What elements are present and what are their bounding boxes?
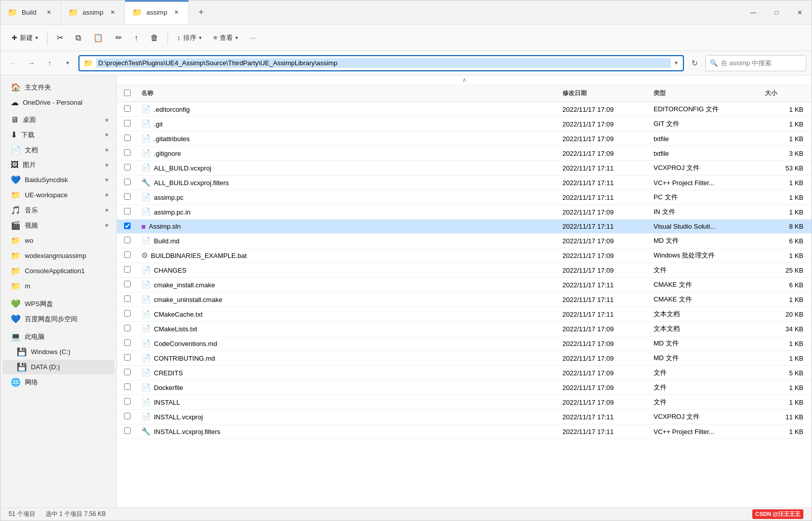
forward-button[interactable]: → [24,56,39,71]
sidebar-item-downloads[interactable]: ⬇ 下载 ★ [3,127,114,142]
table-row[interactable]: 📄 CREDITS 2022/11/17 17:09 文件 5 KB [117,366,811,380]
table-row[interactable]: 📄 .editorconfig 2022/11/17 17:09 EDITORC… [117,102,811,117]
copy-button[interactable]: ⧉ [70,31,86,45]
tab-assimp1-close[interactable]: ✕ [107,8,117,18]
new-tab-button[interactable]: + [189,1,213,24]
table-row[interactable]: 📄 .gitattributes 2022/11/17 17:09 txtfil… [117,132,811,146]
table-row[interactable]: 📄 cmake_uninstall.cmake 2022/11/17 17:11… [117,292,811,307]
row-check[interactable] [117,367,137,378]
sidebar-item-baiducloud[interactable]: 💙 百度网盘同步空间 [3,312,114,326]
tab-assimp1[interactable]: 📁 assimp ✕ [61,1,125,24]
row-check[interactable] [117,338,137,349]
delete-button[interactable]: 🗑 [145,31,164,45]
more-button[interactable]: ··· [245,31,261,44]
sidebar-item-wodexiang[interactable]: 📁 wodexiangmuassimp [3,248,114,263]
minimize-button[interactable]: — [742,1,765,25]
sidebar-item-onedrive[interactable]: ☁ OneDrive - Personal [3,95,114,110]
table-row[interactable]: 📄 Dockerfile 2022/11/17 17:09 文件 1 KB [117,380,811,395]
row-checkbox[interactable] [124,398,131,405]
address-dropdown-icon[interactable]: ▾ [674,59,679,67]
sidebar-item-windows-c[interactable]: 💾 Windows (C:) [3,344,114,359]
sidebar-item-documents[interactable]: 📄 文档 ★ [3,143,114,157]
row-check[interactable] [117,118,137,129]
sidebar-item-wps[interactable]: 💚 WPS网盘 [3,296,114,311]
table-row[interactable]: 📄 ALL_BUILD.vcxproj 2022/11/17 17:11 VCX… [117,161,811,176]
table-row[interactable]: 📄 Build.md 2022/11/17 17:09 MD 文件 6 KB [117,234,811,248]
table-row[interactable]: 🔧 ALL_BUILD.vcxproj.filters 2022/11/17 1… [117,176,811,190]
row-checkbox[interactable] [124,105,131,112]
tab-build[interactable]: 📁 Build ✕ [1,1,61,24]
sidebar-item-video[interactable]: 🎬 视频 ★ [3,218,114,233]
table-row[interactable]: ■ Assimp.sln 2022/11/17 17:11 Visual Stu… [117,220,811,234]
row-checkbox[interactable] [124,325,131,331]
paste-button[interactable]: 📋 [88,30,108,45]
sidebar-item-m[interactable]: 📁 m [3,279,114,293]
sidebar-item-pictures[interactable]: 🖼 图片 ★ [3,158,114,172]
row-check[interactable] [117,294,137,305]
row-check[interactable] [117,279,137,290]
row-checkbox[interactable] [124,251,131,258]
address-input[interactable] [96,58,671,68]
tab-assimp2[interactable]: 📁 assimp ✕ [125,1,189,24]
col-name-header[interactable]: 名称 [137,87,558,100]
table-row[interactable]: 🔧 INSTALL.vcxproj.filters 2022/11/17 17:… [117,424,811,439]
row-check[interactable] [117,309,137,320]
row-checkbox[interactable] [124,135,131,141]
table-row[interactable]: 📄 CHANGES 2022/11/17 17:09 文件 25 KB [117,263,811,278]
row-checkbox[interactable] [124,120,131,126]
sidebar-item-ue-workspace[interactable]: 📁 UE-workspace ★ [3,188,114,202]
col-size-header[interactable]: 大小 [761,87,811,100]
table-row[interactable]: 📄 assimp.pc.in 2022/11/17 17:09 IN 文件 1 … [117,205,811,220]
row-check[interactable] [117,353,137,364]
row-check[interactable] [117,133,137,144]
row-check[interactable] [117,177,137,188]
row-checkbox[interactable] [124,237,131,243]
share-button[interactable]: ↑ [129,31,143,45]
select-all-checkbox[interactable] [124,90,131,96]
new-button[interactable]: ✚ 新建 ▾ [7,31,43,45]
table-row[interactable]: 📄 INSTALL 2022/11/17 17:09 文件 1 KB [117,395,811,410]
row-check[interactable] [117,411,137,422]
row-check[interactable] [117,397,137,408]
sidebar-item-home[interactable]: 🏠 主文件夹 [3,80,114,95]
row-check[interactable] [117,162,137,173]
rename-button[interactable]: ✏ [110,30,127,45]
row-checkbox[interactable] [124,179,131,185]
sidebar-item-data-d[interactable]: 💾 DATA (D:) [3,360,114,374]
back-button[interactable]: ← [6,56,21,71]
table-row[interactable]: 📄 CONTRIBUTING.md 2022/11/17 17:09 MD 文件… [117,351,811,366]
row-checkbox[interactable] [124,369,131,375]
sidebar-item-baidusync[interactable]: 💙 BaiduSyncdisk ★ [3,172,114,187]
col-date-header[interactable]: 修改日期 [558,87,649,100]
table-row[interactable]: 📄 CodeConventions.md 2022/11/17 17:09 MD… [117,336,811,351]
row-checkbox[interactable] [124,354,131,361]
sidebar-item-music[interactable]: 🎵 音乐 ★ [3,203,114,218]
row-checkbox[interactable] [124,383,131,390]
row-check[interactable] [117,426,137,437]
tab-build-close[interactable]: ✕ [44,8,54,18]
row-check[interactable] [117,221,137,232]
table-row[interactable]: 📄 .gitignore 2022/11/17 17:09 txtfile 3 … [117,146,811,161]
search-input[interactable] [721,59,797,67]
refresh-button[interactable]: ↻ [687,56,702,71]
sidebar-item-thispc[interactable]: 💻 此电脑 [3,329,114,344]
row-checkbox[interactable] [124,164,131,170]
cut-button[interactable]: ✂ [52,30,68,45]
table-row[interactable]: ⚙ BUILDBINARIES_EXAMPLE.bat 2022/11/17 1… [117,248,811,263]
row-check[interactable] [117,265,137,276]
row-checkbox[interactable] [124,427,131,434]
view-button[interactable]: ≡ 查看 ▾ [209,31,243,45]
row-check[interactable] [117,235,137,246]
table-row[interactable]: 📄 .git 2022/11/17 17:09 GIT 文件 1 KB [117,117,811,132]
row-checkbox[interactable] [124,310,131,317]
row-checkbox[interactable] [124,295,131,302]
sidebar-item-wo[interactable]: 📁 wo [3,233,114,248]
row-check[interactable] [117,148,137,159]
row-checkbox[interactable] [124,193,131,200]
row-check[interactable] [117,104,137,115]
sidebar-item-desktop[interactable]: 🖥 桌面 ★ [3,113,114,127]
table-row[interactable]: 📄 CMakeLists.txt 2022/11/17 17:09 文本文档 3… [117,322,811,336]
row-check[interactable] [117,206,137,218]
row-check[interactable] [117,250,137,261]
row-check[interactable] [117,382,137,393]
